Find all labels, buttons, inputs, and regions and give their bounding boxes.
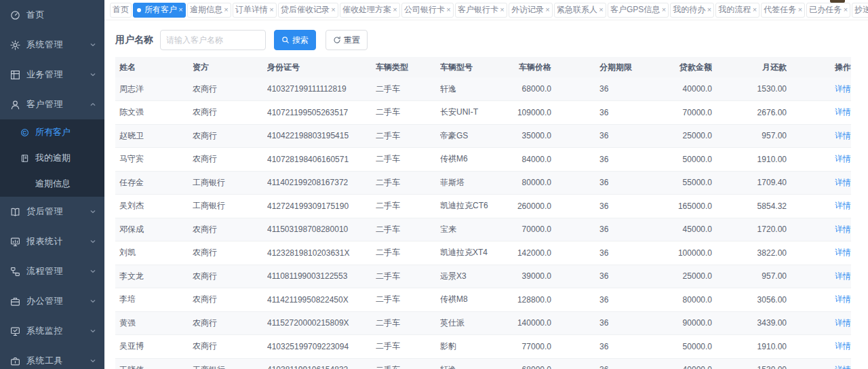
reset-button[interactable]: 重置 [326,30,368,50]
detail-link[interactable]: 详情 [835,318,851,328]
tab-my-todo[interactable]: 我的待办× [670,3,714,18]
detail-link[interactable]: 详情 [835,294,851,304]
tab-close-icon[interactable]: × [752,6,757,14]
sidebar-item-report-stats[interactable]: 报表统计 [0,227,104,256]
cell-installment_term: 36 [551,171,646,195]
detail-link[interactable]: 详情 [835,365,851,369]
detail-link[interactable]: 详情 [835,154,851,163]
cell-monthly_payment: 2676.00 [712,101,787,125]
sidebar-item-post-loan-mgmt[interactable]: 贷后管理 [0,197,104,227]
tab-close-icon[interactable]: × [500,6,505,14]
cell-loan_amount: 70000.0 [646,101,712,125]
detail-link[interactable]: 详情 [835,131,851,140]
sidebar-subitem-overdue-info[interactable]: 逾期信息 [0,171,104,197]
cell-vehicle_price: 39000.0 [508,265,551,288]
detail-link[interactable]: 详情 [835,341,851,351]
cell-vehicle_price: 142000.0 [508,241,551,265]
tab-overdue-info[interactable]: 逾期信息× [187,3,231,18]
detail-link[interactable]: 详情 [835,201,851,210]
tab-cc-tasks[interactable]: 抄送任务× [852,3,868,18]
cell-vehicle_price: 35000.0 [508,124,551,148]
tab-label: 催收处理方案 [342,4,391,16]
cell-funder: 工商银行 [193,171,267,195]
sidebar-subitem-all-customers[interactable]: 所有客户 [0,119,104,145]
user-icon [9,99,20,110]
tab-close-icon[interactable]: × [393,6,397,14]
tab-customer-bank-card[interactable]: 客户银行卡× [455,3,507,18]
cell-name: 赵晓卫 [115,124,193,148]
tab-close-icon[interactable]: × [446,6,451,14]
cell-vehicle_model: 传祺M8 [440,288,508,312]
sidebar-item-label: 业务管理 [26,69,90,81]
tab-all-customers[interactable]: 所有客户× [133,3,186,18]
detail-link[interactable]: 详情 [835,248,851,257]
tab-close-icon[interactable]: × [843,6,848,14]
content: 用户名称 搜索 重置 [104,20,868,369]
cell-vehicle_type: 二手车 [376,358,440,369]
column-header: 车辆价格 [508,57,551,77]
cell-name: 吴刘杰 [115,195,193,218]
tab-collection-plan[interactable]: 催收处理方案× [340,3,400,18]
search-icon [281,36,290,44]
detail-link[interactable]: 详情 [835,84,851,94]
tab-close-icon[interactable]: × [545,6,550,14]
cell-vehicle_price: 70000.0 [508,218,551,241]
sidebar-subitem-my-overdue[interactable]: 我的逾期 [0,145,104,171]
tab-company-bank-card[interactable]: 公司银行卡× [401,3,454,18]
tab-emergency-contacts[interactable]: 紧急联系人× [554,3,606,18]
cell-vehicle_price: 84000.0 [508,148,551,172]
tab-close-icon[interactable]: × [178,6,183,14]
cell-loan_amount: 90000.0 [646,311,712,335]
tab-order-detail[interactable]: 订单详情× [233,3,277,18]
reset-button-label: 重置 [344,35,360,46]
detail-link[interactable]: 详情 [835,225,851,234]
cell-vehicle_model: 长安UNI-T [440,101,508,125]
cell-vehicle_price: 77000.0 [508,335,551,359]
tab-collection-records[interactable]: 贷后催收记录× [278,3,338,18]
tab-close-icon[interactable]: × [331,6,336,14]
detail-link[interactable]: 详情 [835,271,851,281]
tab-home[interactable]: 首页 [110,3,132,18]
search-button[interactable]: 搜索 [274,30,316,50]
cell-action: 详情 [787,101,851,125]
tab-done-tasks[interactable]: 已办任务× [806,3,850,18]
sidebar-item-system-mgmt[interactable]: 系统管理 [0,30,104,60]
tab-sign-tasks[interactable]: 代签任务× [761,3,805,18]
cell-funder: 农商行 [193,288,267,312]
tab-label: 逾期信息 [190,4,222,16]
sidebar-item-customer-mgmt[interactable]: 客户管理 [0,90,104,119]
sidebar-item-business-mgmt[interactable]: 业务管理 [0,60,104,90]
tab-close-icon[interactable]: × [269,6,274,14]
cell-vehicle_type: 二手车 [376,124,440,148]
sidebar-item-label: 系统工具 [26,355,90,367]
detail-link[interactable]: 详情 [835,178,851,187]
sidebar-item-system-tools[interactable]: 系统工具 [0,346,104,369]
tab-my-process[interactable]: 我的流程× [715,3,760,18]
sidebar-subitem-label: 逾期信息 [35,178,71,190]
sidebar-item-process-mgmt[interactable]: 流程管理 [0,256,104,286]
cell-id_number: 41142119950822450X [267,288,376,312]
cell-loan_amount: 80000.0 [646,288,712,312]
cell-installment_term: 36 [551,218,646,241]
detail-link[interactable]: 详情 [835,107,851,117]
cell-vehicle_model: 帝豪GS [440,124,508,148]
tab-close-icon[interactable]: × [661,6,666,14]
tab-close-icon[interactable]: × [797,6,802,14]
tab-customer-gps[interactable]: 客户GPS信息× [608,3,669,18]
cell-vehicle_model: 影豹 [440,335,508,359]
tab-close-icon[interactable]: × [224,6,229,14]
sidebar-item-label: 报表统计 [26,235,90,248]
tab-close-icon[interactable]: × [707,6,711,14]
cropped-image-fragment [830,0,845,3]
sidebar-item-label: 流程管理 [26,265,90,277]
tab-close-icon[interactable]: × [599,6,604,14]
cell-id_number: 411402199208167372 [267,171,376,195]
search-row: 用户名称 搜索 重置 [115,29,855,51]
cell-monthly_payment: 1530.00 [712,358,787,369]
sidebar-item-office-mgmt[interactable]: 办公管理 [0,286,104,316]
sidebar-item-home[interactable]: 首页 [0,0,104,30]
cell-action: 详情 [787,311,851,335]
customer-name-input[interactable] [160,30,266,50]
tab-visit-records[interactable]: 外访记录× [509,3,553,18]
sidebar-item-system-monitor[interactable]: 系统监控 [0,316,104,346]
